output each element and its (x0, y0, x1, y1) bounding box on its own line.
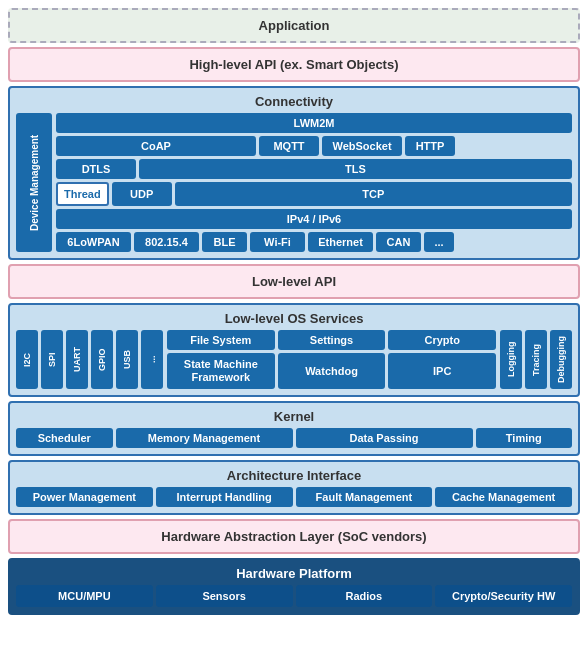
connectivity-layer: Connectivity Device Management LWM2M CoA… (8, 86, 580, 260)
logging-box: Logging (500, 330, 522, 389)
connectivity-title: Connectivity (16, 94, 572, 109)
ieee-box: 802.15.4 (134, 232, 199, 252)
usb-box: USB (116, 330, 138, 389)
architecture-diagram: Application High-level API (ex. Smart Ob… (8, 8, 580, 615)
sensors-box: Sensors (156, 585, 293, 607)
mcu-box: MCU/MPU (16, 585, 153, 607)
conn-ellipsis-box: ... (424, 232, 454, 252)
debugging-box: Debugging (550, 330, 572, 389)
tcp-box: TCP (175, 182, 572, 206)
http-box: HTTP (405, 136, 455, 156)
coap-box: CoAP (56, 136, 256, 156)
uart-box: UART (66, 330, 88, 389)
lwm2m-box: LWM2M (56, 113, 572, 133)
arch-layer: Architecture Interface Power Management … (8, 460, 580, 515)
mqtt-box: MQTT (259, 136, 319, 156)
os-layer: Low-level OS Services I2C SPI UART GPIO … (8, 303, 580, 397)
gpio-box: GPIO (91, 330, 113, 389)
6lowpan-box: 6LoWPAN (56, 232, 131, 252)
os-ellipsis-box: ... (141, 330, 163, 389)
filesystem-box: File System (167, 330, 275, 350)
state-machine-box: State Machine Framework (167, 353, 275, 389)
cache-box: Cache Management (435, 487, 572, 507)
highlevel-api-layer: High-level API (ex. Smart Objects) (8, 47, 580, 82)
ble-box: BLE (202, 232, 247, 252)
hal-layer: Hardware Abstraction Layer (SoC vendors) (8, 519, 580, 554)
application-layer: Application (8, 8, 580, 43)
kernel-layer: Kernel Scheduler Memory Management Data … (8, 401, 580, 456)
wifi-box: Wi-Fi (250, 232, 305, 252)
data-passing-box: Data Passing (296, 428, 473, 448)
crypto-hw-box: Crypto/Security HW (435, 585, 572, 607)
i2c-box: I2C (16, 330, 38, 389)
spi-box: SPI (41, 330, 63, 389)
watchdog-box: Watchdog (278, 353, 386, 389)
ethernet-box: Ethernet (308, 232, 373, 252)
fault-box: Fault Management (296, 487, 433, 507)
can-box: CAN (376, 232, 421, 252)
power-box: Power Management (16, 487, 153, 507)
device-management-box: Device Management (16, 113, 52, 252)
radios-box: Radios (296, 585, 433, 607)
hw-layer: Hardware Platform MCU/MPU Sensors Radios… (8, 558, 580, 615)
kernel-title: Kernel (16, 409, 572, 424)
websocket-box: WebSocket (322, 136, 402, 156)
settings-box: Settings (278, 330, 386, 350)
arch-title: Architecture Interface (16, 468, 572, 483)
application-label: Application (259, 18, 330, 33)
interrupt-box: Interrupt Handling (156, 487, 293, 507)
os-title: Low-level OS Services (16, 311, 572, 326)
ipc-box: IPC (388, 353, 496, 389)
highlevel-api-label: High-level API (ex. Smart Objects) (189, 57, 398, 72)
tls-box: TLS (139, 159, 572, 179)
timing-box: Timing (476, 428, 573, 448)
hal-label: Hardware Abstraction Layer (SoC vendors) (161, 529, 426, 544)
lowlevel-api-label: Low-level API (252, 274, 336, 289)
crypto-box: Crypto (388, 330, 496, 350)
hw-title: Hardware Platform (16, 566, 572, 581)
scheduler-box: Scheduler (16, 428, 113, 448)
lowlevel-api-layer: Low-level API (8, 264, 580, 299)
thread-box: Thread (56, 182, 109, 206)
memory-box: Memory Management (116, 428, 293, 448)
udp-box: UDP (112, 182, 172, 206)
tracing-box: Tracing (525, 330, 547, 389)
dtls-box: DTLS (56, 159, 136, 179)
ipv46-box: IPv4 / IPv6 (56, 209, 572, 229)
